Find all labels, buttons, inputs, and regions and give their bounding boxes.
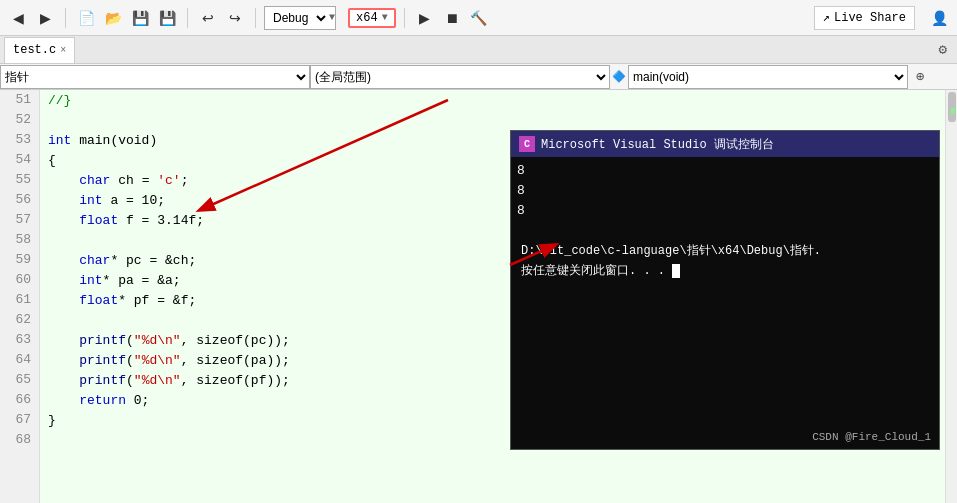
line-number-53: 53 — [0, 130, 35, 150]
back-button[interactable]: ◀ — [6, 6, 30, 30]
line-number-66: 66 — [0, 390, 35, 410]
live-share-label: Live Share — [834, 11, 906, 25]
line-number-56: 56 — [0, 190, 35, 210]
line-number-54: 54 — [0, 150, 35, 170]
console-output-line-2: 8 — [517, 181, 933, 201]
undo-button[interactable]: ↩ — [196, 6, 220, 30]
console-body: 8 8 8 D:\bit_code\c-language\指针\x64\Debu… — [511, 157, 939, 285]
line-number-63: 63 — [0, 330, 35, 350]
debug-config-select[interactable]: Debug ▼ — [264, 6, 336, 30]
live-share-icon: ↗ — [823, 10, 830, 25]
debug-dropdown[interactable]: Debug — [265, 10, 329, 26]
console-app-icon: C — [519, 136, 535, 152]
line-number-51: 51 — [0, 90, 35, 110]
func-dropdown[interactable]: main(void) — [628, 65, 908, 89]
line-number-59: 59 — [0, 250, 35, 270]
x64-label: x64 — [356, 11, 378, 25]
nav-buttons: ◀ ▶ — [6, 6, 57, 30]
build-button[interactable]: 🔨 — [467, 6, 491, 30]
code-line-52 — [40, 110, 945, 130]
line-number-65: 65 — [0, 370, 35, 390]
line-number-64: 64 — [0, 350, 35, 370]
sep2 — [187, 8, 188, 28]
console-title-label: Microsoft Visual Studio 调试控制台 — [541, 136, 774, 153]
sep1 — [65, 8, 66, 28]
open-file-button[interactable]: 📂 — [101, 6, 125, 30]
tab-close-button[interactable]: × — [60, 45, 66, 56]
redo-button[interactable]: ↪ — [223, 6, 247, 30]
pin-button[interactable]: ⊕ — [908, 65, 932, 89]
dropdown-bar: 指针 (全局范围) 🔷 main(void) ⊕ — [0, 64, 957, 90]
output-num-1: 8 — [517, 161, 537, 181]
tab-bar: test.c × ⚙ — [0, 36, 957, 64]
line-number-57: 57 — [0, 210, 35, 230]
func-icon: 🔷 — [610, 70, 628, 83]
sep4 — [404, 8, 405, 28]
x64-config-box[interactable]: x64 ▼ — [348, 8, 396, 28]
console-path-text: D:\bit_code\c-language\指针\x64\Debug\指针. — [517, 241, 933, 261]
line-number-52: 52 — [0, 110, 35, 130]
tab-label: test.c — [13, 43, 56, 57]
line-number-61: 61 — [0, 290, 35, 310]
tab-test-c[interactable]: test.c × — [4, 37, 75, 63]
console-press-text: 按任意键关闭此窗口. . . — [517, 261, 933, 281]
tab-settings-icon[interactable]: ⚙ — [939, 41, 947, 58]
output-num-3: 8 — [517, 201, 537, 221]
line-number-60: 60 — [0, 270, 35, 290]
save-button[interactable]: 💾 — [128, 6, 152, 30]
scope-dropdown[interactable]: (全局范围) — [310, 65, 610, 89]
console-title-bar: C Microsoft Visual Studio 调试控制台 — [511, 131, 939, 157]
console-cursor — [672, 264, 680, 278]
line-number-67: 67 — [0, 410, 35, 430]
sep3 — [255, 8, 256, 28]
main-dropdown[interactable]: 指针 — [0, 65, 310, 89]
console-watermark: CSDN @Fire_Cloud_1 — [812, 431, 931, 443]
editor-area: 515253545556575859606162636465666768 //}… — [0, 90, 957, 503]
line-number-55: 55 — [0, 170, 35, 190]
play-button[interactable]: ▶ — [413, 6, 437, 30]
console-output-line-1: 8 — [517, 161, 933, 181]
line-number-58: 58 — [0, 230, 35, 250]
vertical-scrollbar[interactable] — [945, 90, 957, 503]
line-number-62: 62 — [0, 310, 35, 330]
console-window: C Microsoft Visual Studio 调试控制台 8 8 8 D:… — [510, 130, 940, 450]
line-number-68: 68 — [0, 430, 35, 450]
user-button[interactable]: 👤 — [927, 6, 951, 30]
undo-redo-buttons: ↩ ↪ — [196, 6, 247, 30]
output-num-2: 8 — [517, 181, 537, 201]
new-file-button[interactable]: 📄 — [74, 6, 98, 30]
console-output-line-3: 8 — [517, 201, 933, 221]
toolbar: ◀ ▶ 📄 📂 💾 💾 ↩ ↪ Debug ▼ x64 ▼ ▶ ⏹ 🔨 ↗ Li… — [0, 0, 957, 36]
live-share-button[interactable]: ↗ Live Share — [814, 6, 915, 30]
forward-button[interactable]: ▶ — [33, 6, 57, 30]
stop-button[interactable]: ⏹ — [440, 6, 464, 30]
scroll-marker — [951, 108, 955, 114]
line-numbers: 515253545556575859606162636465666768 — [0, 90, 40, 503]
scrollbar-thumb[interactable] — [948, 92, 956, 122]
file-buttons: 📄 📂 💾 💾 — [74, 6, 179, 30]
run-buttons: ▶ ⏹ 🔨 — [413, 6, 491, 30]
save-all-button[interactable]: 💾 — [155, 6, 179, 30]
code-line-51: //} — [40, 90, 945, 110]
